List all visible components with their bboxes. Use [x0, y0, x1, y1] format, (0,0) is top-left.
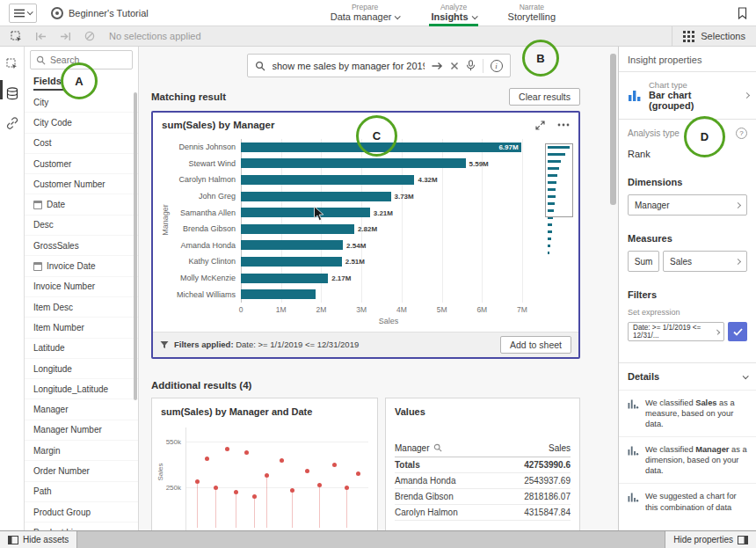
field-item[interactable]: Path: [25, 482, 138, 502]
insight-search-input[interactable]: [273, 61, 425, 71]
field-item[interactable]: GrossSales: [25, 236, 138, 256]
scatter-point: [345, 486, 349, 490]
bar-category-label: Micheal Williams: [156, 286, 241, 303]
bar[interactable]: 2.51M: [241, 253, 536, 270]
bar-category-label: Carolyn Halmon: [156, 172, 241, 188]
selection-tool-icon[interactable]: [3, 54, 22, 73]
nav-storytelling[interactable]: Narrate Storytelling: [506, 0, 557, 26]
hamburger-menu-icon: [14, 9, 25, 18]
field-item[interactable]: Desc: [25, 216, 138, 236]
collapse-left-icon: [8, 536, 18, 544]
values-table-body: Totals42753990.6Amanda Honda2543937.69Br…: [395, 457, 571, 521]
check-icon: [733, 328, 743, 336]
global-menu-button[interactable]: [9, 4, 37, 23]
bar-category-label: Dennis Johnson: [156, 139, 241, 156]
clear-x-icon[interactable]: [450, 62, 459, 70]
field-item[interactable]: Product Line: [25, 522, 138, 530]
hide-properties-button[interactable]: Hide properties: [665, 531, 756, 548]
add-to-sheet-button[interactable]: Add to sheet: [500, 336, 571, 354]
scatter-point: [205, 457, 209, 461]
field-item[interactable]: Invoice Date: [25, 256, 138, 276]
scatter-point: [290, 488, 294, 493]
table-row[interactable]: Totals42753990.6: [395, 457, 571, 473]
table-header-sales[interactable]: Sales: [549, 443, 571, 453]
bar[interactable]: 3.21M: [241, 204, 536, 221]
info-icon[interactable]: i: [491, 60, 503, 72]
bar-value-label: 2.17M: [331, 274, 351, 282]
more-icon[interactable]: [557, 123, 570, 127]
link-icon[interactable]: [3, 113, 22, 133]
nav-insights[interactable]: Analyze Insights: [429, 0, 477, 26]
annotation-circle-c: C: [356, 115, 397, 157]
lasso-selection-icon[interactable]: [5, 28, 26, 45]
bar[interactable]: 2.82M: [241, 221, 536, 237]
question-icon[interactable]: ?: [736, 128, 747, 139]
filter-expression[interactable]: Date: >= 1/1/2019 <= 12/31/...: [628, 322, 724, 341]
expand-icon[interactable]: [535, 121, 545, 130]
table-row[interactable]: Amanda Honda2543937.69: [395, 473, 571, 489]
bookmark-button[interactable]: [738, 7, 747, 19]
field-item[interactable]: Product Group: [25, 502, 138, 522]
field-item[interactable]: Margin: [25, 441, 138, 461]
insight-search-bar[interactable]: i: [247, 54, 511, 77]
step-back-icon[interactable]: [30, 28, 51, 45]
scatter-plot[interactable]: [185, 427, 368, 530]
field-item[interactable]: Manager Number: [25, 420, 138, 441]
chart-type-row[interactable]: Chart type Bar chart (grouped): [619, 72, 756, 120]
field-item[interactable]: Longitude: [25, 359, 138, 379]
chevron-right-icon: [744, 91, 750, 98]
details-section-header[interactable]: Details: [619, 363, 756, 390]
field-item[interactable]: Latitude: [25, 339, 138, 359]
bar[interactable]: 3.73M: [241, 188, 536, 205]
bar[interactable]: 4.32M: [241, 172, 536, 188]
chart-footer: Filters applied: Date: >= 1/1/2019 <= 12…: [153, 332, 578, 357]
field-item[interactable]: Manager: [25, 399, 138, 420]
table-row[interactable]: Brenda Gibson2818186.07: [395, 489, 571, 505]
additional-card-values[interactable]: Values Manager Sales Totals42753990.6Ama…: [385, 398, 580, 530]
step-forward-icon[interactable]: [55, 28, 76, 45]
submit-arrow-icon[interactable]: [432, 62, 443, 70]
main-scrollbar[interactable]: [610, 54, 616, 205]
fields-list: CityCity CodeCostCustomerCustomer Number…: [25, 91, 138, 530]
bar[interactable]: 2.17M: [241, 270, 536, 287]
assets-scrollbar[interactable]: [134, 92, 137, 400]
bar-chart[interactable]: Manager Dennis JohnsonStewart WindCaroly…: [153, 132, 578, 332]
table-row[interactable]: Carolyn Halmon4315847.84: [395, 505, 571, 521]
nav-data-manager[interactable]: Prepare Data manager: [329, 0, 402, 26]
microphone-icon[interactable]: [466, 60, 476, 71]
additional-card-scatter[interactable]: sum(Sales) by Manager and Date Sales 550…: [151, 398, 378, 530]
bar-value-label: 5.59M: [469, 159, 489, 167]
field-item[interactable]: Invoice Number: [25, 277, 138, 297]
field-item[interactable]: Item Desc: [25, 297, 138, 318]
field-item[interactable]: City Code: [25, 113, 138, 133]
bookmark-icon: [738, 7, 747, 19]
search-icon: [36, 55, 46, 65]
confirm-filter-button[interactable]: [728, 322, 747, 341]
selections-tool-button[interactable]: Selections: [672, 26, 756, 46]
field-item[interactable]: Longitude_Latitude: [25, 379, 138, 399]
field-item[interactable]: Item Number: [25, 318, 138, 338]
app-info[interactable]: Beginner's Tutorial: [51, 7, 149, 19]
chart-minimap[interactable]: [548, 146, 571, 262]
bar[interactable]: [241, 286, 536, 303]
field-item[interactable]: Cost: [25, 134, 138, 154]
bar[interactable]: 2.54M: [241, 237, 536, 254]
annotation-circle-d: D: [684, 116, 725, 157]
dimension-select[interactable]: Manager: [628, 194, 747, 216]
hide-assets-button[interactable]: Hide assets: [0, 531, 77, 548]
clear-results-button[interactable]: Clear results: [509, 88, 580, 106]
bar[interactable]: 5.59M: [241, 156, 536, 172]
field-item[interactable]: Customer: [25, 154, 138, 174]
minimap-viewport[interactable]: [545, 143, 573, 217]
chart-type-icon: [628, 88, 642, 102]
field-item[interactable]: Date: [25, 194, 138, 215]
detail-item: We classified Sales as a measure, based …: [619, 390, 756, 436]
measure-select[interactable]: Sales: [663, 251, 747, 272]
database-icon[interactable]: [3, 84, 22, 103]
scatter-point: [195, 479, 200, 484]
table-header-manager[interactable]: Manager: [395, 443, 442, 453]
field-item[interactable]: Order Number: [25, 461, 138, 481]
field-item[interactable]: Customer Number: [25, 174, 138, 194]
aggregation-select[interactable]: Sum: [628, 251, 659, 272]
clear-selections-icon[interactable]: [79, 28, 100, 45]
